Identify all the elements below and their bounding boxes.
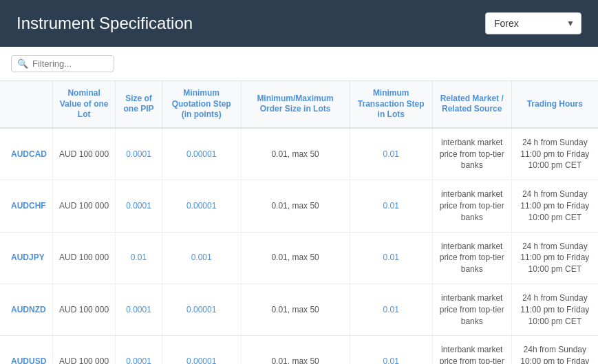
filter-input-wrapper[interactable]: 🔍 bbox=[11, 55, 114, 72]
col-pip: Size of one PIP bbox=[116, 81, 162, 128]
nominal-value: AUD 100 000 bbox=[53, 232, 116, 283]
order-size-value: 0.01, max 50 bbox=[241, 283, 350, 335]
col-order-size: Minimum/Maximum Order Size in Lots bbox=[241, 81, 350, 128]
quotation-value: 0.00001 bbox=[162, 336, 241, 364]
col-related: Related Market / Related Source bbox=[432, 81, 511, 128]
pip-value: 0.0001 bbox=[116, 336, 162, 364]
min-step-value: 0.01 bbox=[350, 232, 432, 283]
instrument-link[interactable]: AUDNZD bbox=[0, 283, 53, 335]
table-row: AUDCHFAUD 100 0000.00010.000010.01, max … bbox=[0, 180, 598, 232]
order-size-value: 0.01, max 50 bbox=[241, 128, 350, 180]
filter-input[interactable] bbox=[32, 58, 108, 69]
pip-value: 0.0001 bbox=[116, 180, 162, 232]
order-size-value: 0.01, max 50 bbox=[241, 180, 350, 232]
instrument-link[interactable]: AUDCHF bbox=[0, 180, 53, 232]
quotation-value: 0.00001 bbox=[162, 128, 241, 180]
pip-value: 0.01 bbox=[116, 232, 162, 283]
toolbar: 🔍 bbox=[0, 47, 598, 81]
dropdown-wrapper[interactable]: ForexStocksCommoditiesIndicesCrypto ▼ bbox=[485, 12, 581, 34]
min-step-value: 0.01 bbox=[350, 128, 432, 180]
quotation-value: 0.00001 bbox=[162, 283, 241, 335]
nominal-value: AUD 100 000 bbox=[53, 128, 116, 180]
instrument-link[interactable]: AUDUSD bbox=[0, 336, 53, 364]
min-step-value: 0.01 bbox=[350, 283, 432, 335]
related-market-value: interbank market price from top-tier ban… bbox=[432, 283, 511, 335]
quotation-value: 0.001 bbox=[162, 232, 241, 283]
table-row: AUDNZDAUD 100 0000.00010.000010.01, max … bbox=[0, 283, 598, 335]
order-size-value: 0.01, max 50 bbox=[241, 336, 350, 364]
header: Instrument Specification ForexStocksComm… bbox=[0, 0, 598, 47]
table-row: AUDJPYAUD 100 0000.010.0010.01, max 500.… bbox=[0, 232, 598, 283]
trading-hours-value: 24 h from Sunday 11:00 pm to Friday 10:0… bbox=[511, 128, 598, 180]
table-header-row: Nominal Value of one Lot Size of one PIP… bbox=[0, 81, 598, 128]
order-size-value: 0.01, max 50 bbox=[241, 232, 350, 283]
search-icon: 🔍 bbox=[17, 58, 28, 69]
trading-hours-value: 24 h from Sunday 11:00 pm to Friday 10:0… bbox=[511, 180, 598, 232]
page-title: Instrument Specification bbox=[17, 14, 193, 33]
pip-value: 0.0001 bbox=[116, 283, 162, 335]
min-step-value: 0.01 bbox=[350, 336, 432, 364]
trading-hours-value: 24 h from Sunday 11:00 pm to Friday 10:0… bbox=[511, 283, 598, 335]
content-area: 🔍 Nominal Value of one Lot Size of one P… bbox=[0, 47, 598, 364]
min-step-value: 0.01 bbox=[350, 180, 432, 232]
nominal-value: AUD 100 000 bbox=[53, 336, 116, 364]
related-market-value: interbank market price from top-tier ban… bbox=[432, 336, 511, 364]
instruments-table: Nominal Value of one Lot Size of one PIP… bbox=[0, 81, 598, 364]
col-instrument bbox=[0, 81, 53, 128]
pip-value: 0.0001 bbox=[116, 128, 162, 180]
table-row: AUDUSDAUD 100 0000.00010.000010.01, max … bbox=[0, 336, 598, 364]
trading-hours-value: 24 h from Sunday 11:00 pm to Friday 10:0… bbox=[511, 232, 598, 283]
related-market-value: interbank market price from top-tier ban… bbox=[432, 232, 511, 283]
nominal-value: AUD 100 000 bbox=[53, 180, 116, 232]
related-market-value: interbank market price from top-tier ban… bbox=[432, 128, 511, 180]
col-nominal: Nominal Value of one Lot bbox=[53, 81, 116, 128]
col-quotation: Minimum Quotation Step (in points) bbox=[162, 81, 241, 128]
nominal-value: AUD 100 000 bbox=[53, 283, 116, 335]
quotation-value: 0.00001 bbox=[162, 180, 241, 232]
col-min-step: Minimum Transaction Step in Lots bbox=[350, 81, 432, 128]
related-market-value: interbank market price from top-tier ban… bbox=[432, 180, 511, 232]
table-row: AUDCADAUD 100 0000.00010.000010.01, max … bbox=[0, 128, 598, 180]
col-trading-hours: Trading Hours bbox=[511, 81, 598, 128]
instrument-link[interactable]: AUDCAD bbox=[0, 128, 53, 180]
trading-hours-value: 24h from Sunday 10:00 pm to Friday 9:00 … bbox=[511, 336, 598, 364]
instrument-link[interactable]: AUDJPY bbox=[0, 232, 53, 283]
market-dropdown[interactable]: ForexStocksCommoditiesIndicesCrypto bbox=[485, 12, 581, 34]
